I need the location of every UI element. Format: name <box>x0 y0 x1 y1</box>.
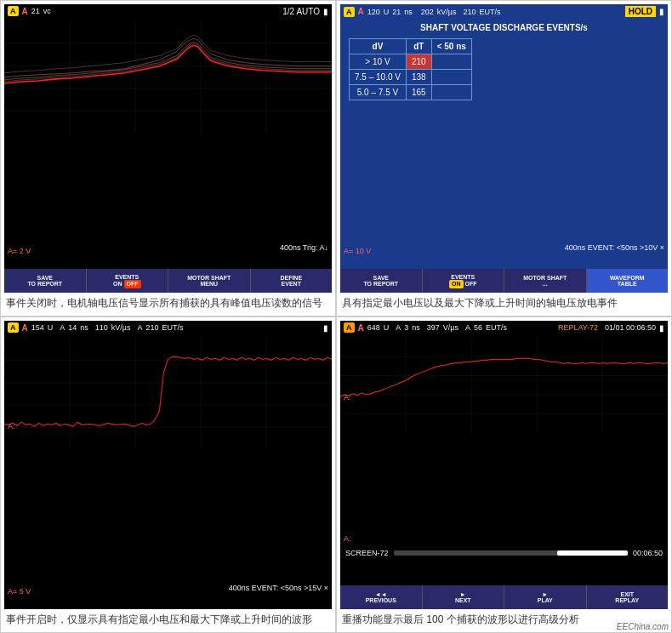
waveform-table-btn[interactable]: WAVEFORM TABLE <box>587 269 669 293</box>
warning-icon-bl: A <box>8 322 19 333</box>
td-empty3 <box>431 85 471 100</box>
next-icon: ► <box>460 591 466 597</box>
header-right-bl: ▮ <box>323 323 328 333</box>
unit1-bl: U <box>48 323 54 332</box>
events-btn[interactable]: EVENTS ON OFF <box>87 269 169 293</box>
scope-header-bl: A A 154 U A 14 ns 110 kV/µs A 210 EUT/s … <box>4 321 332 334</box>
ch3-bl: A <box>138 323 143 332</box>
save-line2: TO REPORT <box>27 281 62 288</box>
motor-line2: MENU <box>200 281 218 288</box>
cell-bottom-left: A A 154 U A 14 ns 110 kV/µs A 210 EUT/s … <box>0 316 336 633</box>
define-event-btn[interactable]: DEFINE EVENT <box>251 269 333 293</box>
save-to-report-btn-tr[interactable]: SAVE TO REPORT <box>340 269 423 293</box>
unit1-br: U <box>384 323 390 332</box>
unit2-tr: ns <box>404 8 413 16</box>
scope-screen-top-left: A A 21 vc 1/2 AUTO ▮ <box>4 4 332 269</box>
header-right-tr: HOLD ▮ <box>625 6 664 17</box>
waveform-l2: TABLE <box>618 281 637 288</box>
save-tr-l1: SAVE <box>373 275 389 282</box>
toolbar-tl: SAVE TO REPORT EVENTS ON OFF MOTOR SHAFT… <box>4 269 332 293</box>
warning-icon-br: A <box>344 322 355 333</box>
exit-line2: REPLAY <box>615 597 639 603</box>
header-left-tr: A A 120 U 21 ns 202 kV/µs 210 EUT/s <box>344 7 501 17</box>
hold-label: HOLD <box>625 6 656 17</box>
ch-a-bl: A <box>22 323 28 333</box>
val4-bl: 210 <box>146 323 159 332</box>
events-btn-tr[interactable]: EVENTS ON OFF <box>423 269 505 293</box>
volt1-bl: 154 <box>31 323 44 332</box>
td-count2: 138 <box>406 70 431 85</box>
waveform-l1: WAVEFORM <box>610 275 645 282</box>
cell-top-left: A A 21 vc 1/2 AUTO ▮ <box>0 0 336 316</box>
ch-label-a-tl: A <box>22 7 28 16</box>
a-label-br: A: <box>344 534 351 543</box>
events-off-tr: OFF <box>465 281 477 288</box>
table-row-1: > 10 V 210 <box>350 54 472 70</box>
val2-bl: 14 <box>68 323 77 332</box>
date-br: 01/01 00:06:50 <box>605 323 656 332</box>
define-line2: EVENT <box>282 281 301 288</box>
motor-btn-tr[interactable]: MOTOR SHAFT ... <box>504 269 587 293</box>
scope-screen-br: A A 648 U A 3 ns 397 V/µs A 56 EUT/s REP… <box>340 321 668 585</box>
td-empty1 <box>431 54 471 70</box>
next-btn[interactable]: ► NEXT <box>423 585 505 609</box>
screen-bar: SCREEN-72 00:06:50 <box>340 545 668 562</box>
ch-a-tr: A <box>358 7 364 16</box>
motor-line1: MOTOR SHAFT <box>187 275 231 282</box>
td-v1: > 10 V <box>350 54 407 70</box>
events-off-badge: OFF <box>124 280 141 288</box>
play-label: PLAY <box>538 597 553 603</box>
events-on-badge-tr: ON <box>449 280 464 288</box>
th-dv: dV <box>350 39 407 54</box>
events-tr-l1: EVENTS <box>451 274 475 281</box>
volt-tl: 21 <box>31 7 40 15</box>
battery-tl: ▮ <box>323 7 328 16</box>
unit3-br: V/µs <box>443 323 458 332</box>
volt1-br: 648 <box>367 323 380 332</box>
unit1-tr: U <box>384 8 390 16</box>
cell-bottom-right: A A 648 U A 3 ns 397 V/µs A 56 EUT/s REP… <box>336 316 672 633</box>
cell-top-right: A A 120 U 21 ns 202 kV/µs 210 EUT/s HOLD… <box>336 0 672 316</box>
th-50ns: < 50 ns <box>431 39 471 54</box>
exit-replay-btn[interactable]: EXIT REPLAY <box>587 585 669 609</box>
val4-tr: 210 <box>464 8 476 16</box>
replay-label: REPLAY-72 <box>558 323 598 332</box>
progress-track <box>394 550 628 556</box>
scope-footer-tl: 400ns Trig: A↓ <box>4 243 332 252</box>
previous-btn[interactable]: ◄◄ PREVIOUS <box>340 585 423 609</box>
play-btn[interactable]: ► PLAY <box>504 585 587 609</box>
header-right-tl: 1/2 AUTO ▮ <box>282 7 328 16</box>
exit-line1: EXIT <box>620 591 634 597</box>
table-title: SHAFT VOLTAGE DISCHARGE EVENTS/s <box>340 23 668 32</box>
val4-br: 56 <box>474 323 482 332</box>
progress-fill <box>557 550 628 556</box>
volt1-tr: 120 <box>367 8 380 16</box>
motor-tr-l2: ... <box>543 281 548 288</box>
ch3-br: A <box>465 323 470 332</box>
scope-footer-bl: 400ns EVENT: <50ns >15V × <box>4 584 332 592</box>
unit3-tr: kV/µs <box>437 8 457 16</box>
val3-br: 397 <box>427 323 440 332</box>
table-row-2: 7.5 – 10.0 V 138 <box>350 70 472 85</box>
unit4-bl: EUT/s <box>162 323 184 332</box>
caption-tl: 事件关闭时，电机轴电压信号显示所有捕获的具有峰值电压读数的信号 <box>4 293 332 312</box>
event-table: dV dT < 50 ns > 10 V 210 7.5 – 10.0 V 13… <box>349 38 472 100</box>
save-to-report-btn[interactable]: SAVE TO REPORT <box>4 269 87 293</box>
scope-header-tl: A A 21 vc 1/2 AUTO ▮ <box>4 4 332 18</box>
caption-tr: 具有指定最小电压以及最大下降或上升时间的轴电压放电事件 <box>340 293 668 312</box>
toolbar-tr: SAVE TO REPORT EVENTS ON OFF MOTOR SHAFT… <box>340 269 668 293</box>
unit-tl: vc <box>43 7 51 15</box>
unit2-br: ns <box>412 323 420 332</box>
unit4-br: EUT/s <box>486 323 507 332</box>
td-count3: 165 <box>406 85 431 100</box>
ch-a-br: A <box>358 323 364 333</box>
motor-shaft-btn[interactable]: MOTOR SHAFT MENU <box>168 269 251 293</box>
header-left-bl: A A 154 U A 14 ns 110 kV/µs A 210 EUT/s <box>8 322 184 333</box>
unit3-bl: kV/µs <box>111 323 131 332</box>
play-icon: ► <box>542 591 548 597</box>
battery-bl: ▮ <box>323 323 328 333</box>
header-right-br: REPLAY-72 01/01 00:06:50 ▮ <box>558 323 664 333</box>
battery-tr: ▮ <box>659 7 664 16</box>
td-count1: 210 <box>406 54 431 70</box>
scope-screen-tr: A A 120 U 21 ns 202 kV/µs 210 EUT/s HOLD… <box>340 4 668 269</box>
